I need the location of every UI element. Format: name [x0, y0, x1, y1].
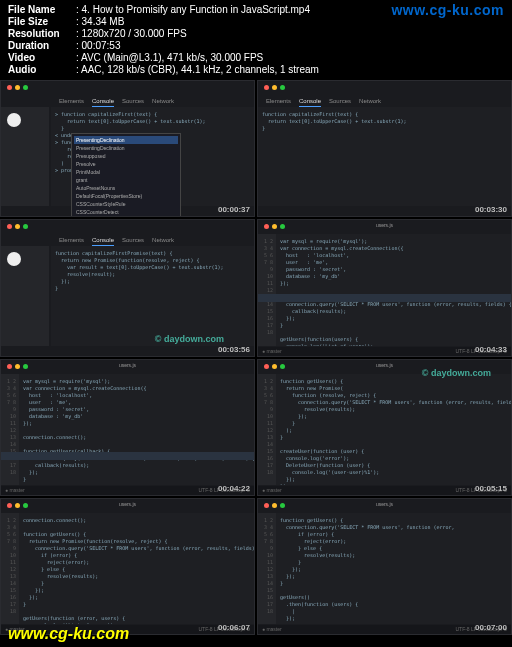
timestamp: 00:07:00 — [475, 623, 507, 632]
status-bar: ● masterUTF-8 LF JavaScript ⚙ — [258, 625, 511, 634]
code-snippet: function capitalizeFirst(text) { return … — [258, 107, 511, 206]
timestamp: 00:03:56 — [218, 345, 250, 354]
editor-panel: 1 2 3 4 5 6 7 8 9 10 11 12 13 14 15 16 1… — [258, 374, 511, 485]
editor-panel: 1 2 3 4 5 6 7 8 9 10 11 12 13 14 15 16 1… — [258, 513, 511, 624]
duration-key: Duration — [8, 40, 72, 51]
video-key: Video — [8, 52, 72, 63]
file-tab: users.js — [119, 501, 136, 507]
autocomplete-dropdown: PresentingDeclination PresentingDeclinat… — [71, 133, 181, 217]
window-controls — [7, 503, 28, 508]
thumbnail-4: users.js 1 2 3 4 5 6 7 8 9 10 11 12 13 1… — [257, 219, 512, 356]
line-gutter: 1 2 3 4 5 6 7 8 9 10 11 12 13 14 15 16 1… — [258, 374, 276, 485]
window-controls — [264, 85, 285, 90]
watermark-bottom: www.cg-ku.com — [8, 625, 129, 643]
filename-key: File Name — [8, 4, 72, 15]
code-snippet: var mysql = require('mysql'); var connec… — [19, 374, 254, 485]
filesize-key: File Size — [8, 16, 72, 27]
console-panel: function capitalizeFirst(text) { return … — [258, 107, 511, 206]
devtools-tabs: Elements Console Sources Network — [51, 95, 254, 107]
avatar-icon — [7, 113, 21, 127]
thumbnail-5: users.js 1 2 3 4 5 6 7 8 9 10 11 12 13 1… — [0, 359, 255, 496]
audio-key: Audio — [8, 64, 72, 75]
timestamp: 00:03:30 — [475, 205, 507, 214]
timestamp: 00:04:33 — [475, 345, 507, 354]
status-bar: ● masterUTF-8 LF JavaScript ⚙ — [258, 486, 511, 495]
window-controls — [7, 224, 28, 229]
thumbnail-3: Elements Console Sources Network functio… — [0, 219, 255, 356]
editor-panel: 1 2 3 4 5 6 7 8 9 10 11 12 13 14 15 16 1… — [1, 513, 254, 624]
thumbnail-2: Elements Console Sources Network functio… — [257, 80, 512, 217]
window-controls — [264, 503, 285, 508]
window-controls — [7, 364, 28, 369]
editor-panel: 1 2 3 4 5 6 7 8 9 10 11 12 13 14 15 16 1… — [1, 374, 254, 485]
console-panel: function capitalizeFirstPromise(text) { … — [51, 246, 254, 345]
code-snippet: var mysql = require('mysql'); var connec… — [276, 234, 511, 345]
line-gutter: 1 2 3 4 5 6 7 8 9 10 11 12 13 14 15 16 1… — [258, 234, 276, 345]
devtools-tabs: Elements Console Sources Network — [258, 95, 511, 107]
editor-panel: 1 2 3 4 5 6 7 8 9 10 11 12 13 14 15 16 1… — [258, 234, 511, 345]
daydown-watermark: © daydown.com — [155, 334, 224, 344]
devtools-tabs: Elements Console Sources Network — [51, 234, 254, 246]
thumbnail-7: users.js 1 2 3 4 5 6 7 8 9 10 11 12 13 1… — [0, 498, 255, 635]
window-controls — [264, 364, 285, 369]
watermark-top: www.cg-ku.com — [391, 2, 504, 18]
file-tab: users.js — [376, 362, 393, 368]
line-gutter: 1 2 3 4 5 6 7 8 9 10 11 12 13 14 15 16 1… — [1, 374, 19, 485]
file-tab: users.js — [119, 362, 136, 368]
code-snippet: function capitalizeFirstPromise(text) { … — [51, 246, 254, 296]
code-snippet: function getUsers() { connection.query('… — [276, 513, 511, 624]
line-gutter: 1 2 3 4 5 6 7 8 9 10 11 12 13 14 15 16 1… — [258, 513, 276, 624]
status-bar: ● masterUTF-8 LF JavaScript ⚙ — [1, 486, 254, 495]
thumbnail-6: users.js 1 2 3 4 5 6 7 8 9 10 11 12 13 1… — [257, 359, 512, 496]
thumbnail-8: users.js 1 2 3 4 5 6 7 8 9 10 11 12 13 1… — [257, 498, 512, 635]
file-tab: users.js — [376, 222, 393, 228]
code-snippet: function getUsers() { return new Promise… — [276, 374, 511, 485]
resolution-key: Resolution — [8, 28, 72, 39]
highlight-line — [1, 452, 254, 460]
file-tab: users.js — [376, 501, 393, 507]
status-bar: ● masterUTF-8 LF JavaScript ⚙ — [258, 347, 511, 356]
window-controls — [7, 85, 28, 90]
timestamp: 00:06:07 — [218, 623, 250, 632]
highlight-line — [258, 294, 511, 302]
daydown-watermark: © daydown.com — [422, 368, 491, 378]
line-gutter: 1 2 3 4 5 6 7 8 9 10 11 12 13 14 15 16 1… — [1, 513, 19, 624]
timestamp: 00:04:22 — [218, 484, 250, 493]
timestamp: 00:00:37 — [218, 205, 250, 214]
timestamp: 00:05:15 — [475, 484, 507, 493]
code-snippet: connection.connect(); function getUsers(… — [19, 513, 254, 624]
thumbnail-1: Elements Console Sources Network > funct… — [0, 80, 255, 217]
window-controls — [264, 224, 285, 229]
thumbnail-grid: Elements Console Sources Network > funct… — [0, 80, 512, 635]
